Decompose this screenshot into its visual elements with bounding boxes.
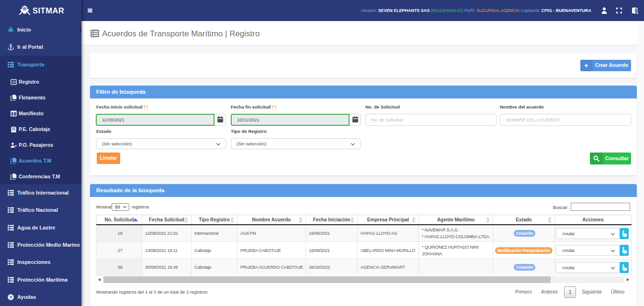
- svg-text:?: ?: [10, 295, 12, 300]
